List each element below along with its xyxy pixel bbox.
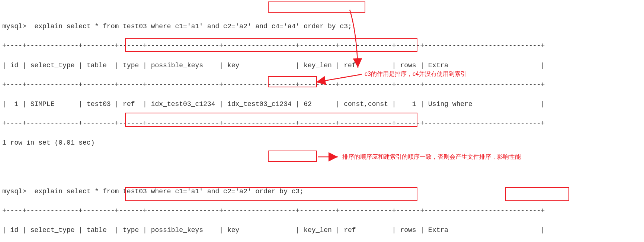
query-line-2: mysql> explain select * from test03 wher… bbox=[2, 187, 642, 196]
mysql-prompt: mysql> bbox=[2, 23, 26, 30]
terminal-output: mysql> explain select * from test03 wher… bbox=[0, 0, 644, 242]
highlight-and-c4-order-c3: and c4='a4' order by c3 bbox=[256, 23, 348, 30]
table-sep: +----+-------------+--------+------+----… bbox=[2, 206, 642, 216]
table-sep: +----+-------------+--------+------+----… bbox=[2, 41, 642, 51]
highlight-order-by-c3: order by c3 bbox=[256, 188, 300, 195]
table-sep: +----+-------------+--------+------+----… bbox=[2, 80, 642, 90]
mysql-prompt: mysql> bbox=[2, 188, 26, 195]
annotation-2: 排序的顺序应和建索引的顺序一致，否则会产生文件排序，影响性能 bbox=[342, 152, 521, 161]
table-header-row: | id | select_type | table | type | poss… bbox=[2, 61, 642, 70]
result-line-1: 1 row in set (0.01 sec) bbox=[2, 138, 642, 148]
extra-1: Using where bbox=[428, 100, 472, 108]
table-header-row: | id | select_type | table | type | poss… bbox=[2, 225, 642, 235]
highlight-box-q1 bbox=[268, 1, 365, 13]
query-line-1: mysql> explain select * from test03 wher… bbox=[2, 22, 642, 31]
table-row: | 1 | SIMPLE | test03 | ref | idx_test03… bbox=[2, 99, 642, 109]
annotation-1: c3的作用是排序，c4并没有使用到索引 bbox=[365, 70, 467, 78]
table-sep: +----+-------------+--------+------+----… bbox=[2, 119, 642, 128]
